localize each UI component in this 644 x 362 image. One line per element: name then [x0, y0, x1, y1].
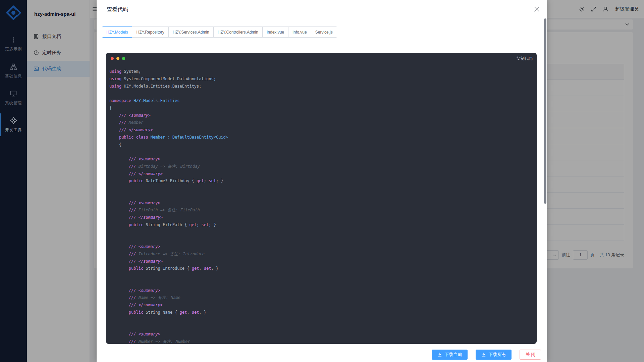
download-all-button[interactable]: 下载所有 [476, 350, 512, 360]
modal-header: 查看代码 [97, 0, 547, 18]
modal-scrollbar-thumb[interactable] [544, 18, 546, 204]
window-dots-icon [111, 57, 125, 60]
yellow-dot-icon [116, 57, 119, 60]
red-dot-icon [111, 57, 114, 60]
close-icon[interactable] [533, 5, 540, 13]
code-titlebar: 复制代码 [106, 53, 537, 64]
tab-HZY.Services.Admin[interactable]: HZY.Services.Admin [168, 27, 214, 38]
tab-Info.vue[interactable]: Info.vue [288, 27, 311, 38]
download-icon [437, 352, 442, 357]
tab-HZY.Models[interactable]: HZY.Models [102, 27, 132, 38]
tab-HZY.Controllers.Admin[interactable]: HZY.Controllers.Admin [213, 27, 263, 38]
code-viewer: 复制代码 using System;using System.Component… [106, 53, 537, 344]
code-file-tabs: HZY.ModelsHZY.RepositoryHZY.Services.Adm… [102, 27, 337, 38]
tab-Index.vue[interactable]: Index.vue [262, 27, 288, 38]
modal-title: 查看代码 [107, 6, 128, 13]
modal-footer: 下载当前 下载所有 关 闭 [97, 347, 547, 362]
tab-HZY.Repository[interactable]: HZY.Repository [132, 27, 168, 38]
copy-code-button[interactable]: 复制代码 [517, 56, 533, 61]
download-icon [481, 352, 486, 357]
download-current-button[interactable]: 下载当前 [432, 350, 468, 360]
close-button[interactable]: 关 闭 [520, 350, 541, 360]
view-code-modal: 查看代码 HZY.ModelsHZY.RepositoryHZY.Service… [97, 0, 547, 362]
tab-Service.js[interactable]: Service.js [311, 27, 337, 38]
code-content: using System;using System.ComponentModel… [106, 64, 537, 344]
green-dot-icon [122, 57, 125, 60]
